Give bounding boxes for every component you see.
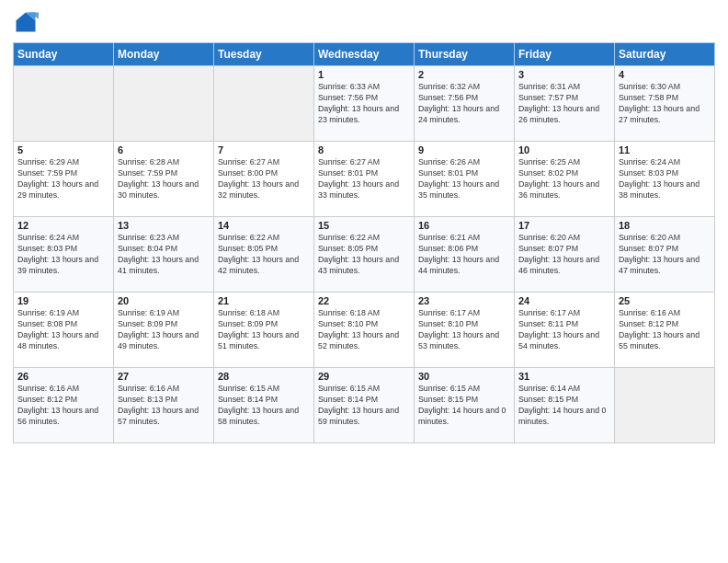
day-info: Sunrise: 6:16 AM Sunset: 8:12 PM Dayligh… [619, 308, 700, 350]
day-number: 28 [218, 371, 310, 382]
weekday-friday: Friday [515, 43, 615, 66]
day-cell: 31Sunrise: 6:14 AM Sunset: 8:15 PM Dayli… [515, 368, 615, 443]
day-cell [114, 66, 214, 142]
day-number: 22 [318, 295, 410, 306]
day-cell: 11Sunrise: 6:24 AM Sunset: 8:03 PM Dayli… [615, 142, 715, 217]
day-cell: 5Sunrise: 6:29 AM Sunset: 7:59 PM Daylig… [14, 142, 114, 217]
day-info: Sunrise: 6:19 AM Sunset: 8:08 PM Dayligh… [17, 308, 98, 350]
day-info: Sunrise: 6:17 AM Sunset: 8:10 PM Dayligh… [418, 308, 499, 350]
day-info: Sunrise: 6:19 AM Sunset: 8:09 PM Dayligh… [118, 308, 199, 350]
day-number: 30 [418, 371, 510, 382]
day-cell: 8Sunrise: 6:27 AM Sunset: 8:01 PM Daylig… [314, 142, 415, 217]
calendar-page: SundayMondayTuesdayWednesdayThursdayFrid… [0, 0, 728, 563]
day-cell: 19Sunrise: 6:19 AM Sunset: 8:08 PM Dayli… [14, 293, 114, 368]
day-info: Sunrise: 6:28 AM Sunset: 7:59 PM Dayligh… [118, 157, 199, 200]
day-info: Sunrise: 6:20 AM Sunset: 8:07 PM Dayligh… [619, 233, 700, 275]
day-number: 26 [17, 371, 109, 382]
day-info: Sunrise: 6:22 AM Sunset: 8:05 PM Dayligh… [218, 233, 299, 275]
day-number: 20 [118, 295, 210, 306]
day-cell: 24Sunrise: 6:17 AM Sunset: 8:11 PM Dayli… [515, 293, 615, 368]
day-info: Sunrise: 6:24 AM Sunset: 8:03 PM Dayligh… [17, 233, 98, 275]
day-cell: 2Sunrise: 6:32 AM Sunset: 7:56 PM Daylig… [415, 66, 515, 142]
day-cell: 29Sunrise: 6:15 AM Sunset: 8:14 PM Dayli… [314, 368, 415, 443]
day-number: 16 [418, 220, 510, 231]
day-info: Sunrise: 6:16 AM Sunset: 8:12 PM Dayligh… [17, 384, 98, 426]
day-info: Sunrise: 6:18 AM Sunset: 8:09 PM Dayligh… [218, 308, 299, 350]
day-info: Sunrise: 6:29 AM Sunset: 7:59 PM Dayligh… [17, 157, 98, 200]
day-number: 8 [318, 144, 410, 155]
day-cell [214, 66, 314, 142]
day-info: Sunrise: 6:26 AM Sunset: 8:01 PM Dayligh… [418, 157, 499, 200]
day-number: 29 [318, 371, 410, 382]
weekday-header-row: SundayMondayTuesdayWednesdayThursdayFrid… [14, 43, 715, 66]
day-cell: 27Sunrise: 6:16 AM Sunset: 8:13 PM Dayli… [114, 368, 214, 443]
day-number: 5 [17, 144, 109, 155]
day-number: 10 [518, 144, 610, 155]
day-cell: 10Sunrise: 6:25 AM Sunset: 8:02 PM Dayli… [515, 142, 615, 217]
weekday-monday: Monday [114, 43, 214, 66]
day-info: Sunrise: 6:33 AM Sunset: 7:56 PM Dayligh… [318, 82, 399, 124]
day-cell: 14Sunrise: 6:22 AM Sunset: 8:05 PM Dayli… [214, 217, 314, 293]
day-cell: 7Sunrise: 6:27 AM Sunset: 8:00 PM Daylig… [214, 142, 314, 217]
weekday-tuesday: Tuesday [214, 43, 314, 66]
day-info: Sunrise: 6:20 AM Sunset: 8:07 PM Dayligh… [518, 233, 599, 275]
day-cell: 17Sunrise: 6:20 AM Sunset: 8:07 PM Dayli… [515, 217, 615, 293]
day-cell: 3Sunrise: 6:31 AM Sunset: 7:57 PM Daylig… [515, 66, 615, 142]
day-number: 21 [218, 295, 310, 306]
day-info: Sunrise: 6:22 AM Sunset: 8:05 PM Dayligh… [318, 233, 399, 275]
day-info: Sunrise: 6:23 AM Sunset: 8:04 PM Dayligh… [118, 233, 199, 275]
day-info: Sunrise: 6:25 AM Sunset: 8:02 PM Dayligh… [518, 157, 599, 200]
day-info: Sunrise: 6:16 AM Sunset: 8:13 PM Dayligh… [118, 384, 199, 426]
week-row-3: 12Sunrise: 6:24 AM Sunset: 8:03 PM Dayli… [14, 217, 715, 293]
day-cell: 25Sunrise: 6:16 AM Sunset: 8:12 PM Dayli… [615, 293, 715, 368]
day-cell: 15Sunrise: 6:22 AM Sunset: 8:05 PM Dayli… [314, 217, 415, 293]
day-number: 12 [17, 220, 109, 231]
logo-icon [13, 9, 39, 35]
week-row-2: 5Sunrise: 6:29 AM Sunset: 7:59 PM Daylig… [14, 142, 715, 217]
day-number: 24 [518, 295, 610, 306]
day-info: Sunrise: 6:15 AM Sunset: 8:14 PM Dayligh… [218, 384, 299, 426]
day-info: Sunrise: 6:27 AM Sunset: 8:01 PM Dayligh… [318, 157, 399, 200]
day-cell: 30Sunrise: 6:15 AM Sunset: 8:15 PM Dayli… [415, 368, 515, 443]
day-number: 25 [619, 295, 711, 306]
weekday-thursday: Thursday [415, 43, 515, 66]
day-number: 2 [418, 69, 510, 80]
day-number: 1 [318, 69, 410, 80]
day-cell: 26Sunrise: 6:16 AM Sunset: 8:12 PM Dayli… [14, 368, 114, 443]
day-cell: 1Sunrise: 6:33 AM Sunset: 7:56 PM Daylig… [314, 66, 415, 142]
day-cell: 16Sunrise: 6:21 AM Sunset: 8:06 PM Dayli… [415, 217, 515, 293]
day-cell: 28Sunrise: 6:15 AM Sunset: 8:14 PM Dayli… [214, 368, 314, 443]
day-number: 11 [619, 144, 711, 155]
day-info: Sunrise: 6:32 AM Sunset: 7:56 PM Dayligh… [418, 82, 499, 124]
day-number: 14 [218, 220, 310, 231]
day-info: Sunrise: 6:27 AM Sunset: 8:00 PM Dayligh… [218, 157, 299, 200]
day-cell: 20Sunrise: 6:19 AM Sunset: 8:09 PM Dayli… [114, 293, 214, 368]
weekday-wednesday: Wednesday [314, 43, 415, 66]
day-number: 31 [518, 371, 610, 382]
day-cell: 6Sunrise: 6:28 AM Sunset: 7:59 PM Daylig… [114, 142, 214, 217]
day-cell: 12Sunrise: 6:24 AM Sunset: 8:03 PM Dayli… [14, 217, 114, 293]
day-info: Sunrise: 6:30 AM Sunset: 7:58 PM Dayligh… [619, 82, 700, 124]
day-cell: 23Sunrise: 6:17 AM Sunset: 8:10 PM Dayli… [415, 293, 515, 368]
day-number: 13 [118, 220, 210, 231]
day-cell: 9Sunrise: 6:26 AM Sunset: 8:01 PM Daylig… [415, 142, 515, 217]
day-info: Sunrise: 6:21 AM Sunset: 8:06 PM Dayligh… [418, 233, 499, 275]
day-cell: 18Sunrise: 6:20 AM Sunset: 8:07 PM Dayli… [615, 217, 715, 293]
day-cell: 4Sunrise: 6:30 AM Sunset: 7:58 PM Daylig… [615, 66, 715, 142]
day-number: 6 [118, 144, 210, 155]
calendar-table: SundayMondayTuesdayWednesdayThursdayFrid… [13, 42, 715, 443]
day-number: 3 [518, 69, 610, 80]
day-number: 27 [118, 371, 210, 382]
day-number: 7 [218, 144, 310, 155]
day-info: Sunrise: 6:15 AM Sunset: 8:14 PM Dayligh… [318, 384, 399, 426]
day-cell: 22Sunrise: 6:18 AM Sunset: 8:10 PM Dayli… [314, 293, 415, 368]
day-number: 17 [518, 220, 610, 231]
day-cell: 21Sunrise: 6:18 AM Sunset: 8:09 PM Dayli… [214, 293, 314, 368]
day-info: Sunrise: 6:14 AM Sunset: 8:15 PM Dayligh… [518, 384, 606, 426]
day-cell [615, 368, 715, 443]
day-cell: 13Sunrise: 6:23 AM Sunset: 8:04 PM Dayli… [114, 217, 214, 293]
day-number: 4 [619, 69, 711, 80]
day-info: Sunrise: 6:24 AM Sunset: 8:03 PM Dayligh… [619, 157, 700, 200]
header [13, 9, 715, 35]
logo [13, 9, 42, 35]
